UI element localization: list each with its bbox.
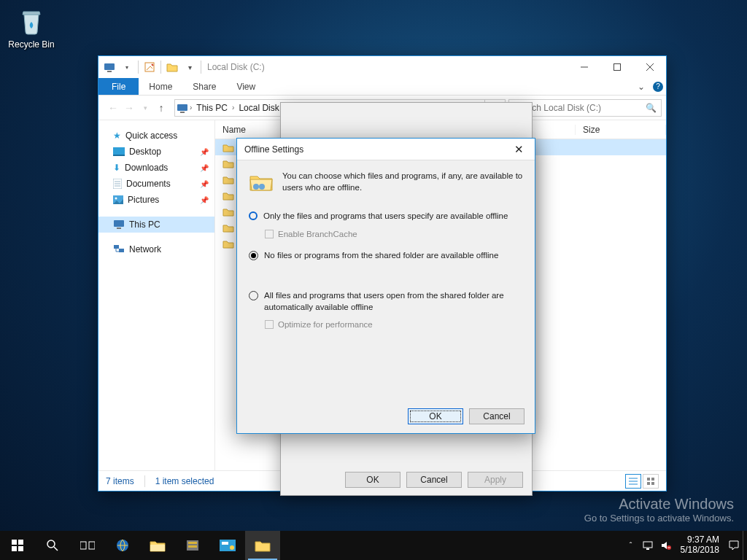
nav-pictures[interactable]: Pictures 📌 — [98, 192, 214, 208]
svg-rect-3 — [614, 64, 620, 71]
ribbon-expand-icon[interactable]: ⌄ — [632, 78, 650, 95]
tab-view[interactable]: View — [226, 78, 266, 95]
option-no-files[interactable]: No files or programs from the shared fol… — [249, 250, 523, 262]
chevron-right-icon[interactable]: › — [188, 104, 193, 112]
taskbar: ˆ 9:37 AM 5/18/2018 — [0, 531, 747, 560]
nav-back-icon[interactable]: ← — [106, 102, 120, 114]
nav-label: Desktop — [129, 147, 161, 157]
close-button[interactable] — [633, 56, 666, 78]
pc-icon — [113, 219, 125, 230]
tab-home[interactable]: Home — [139, 78, 182, 95]
nav-up-icon[interactable]: ↑ — [154, 102, 169, 114]
props-apply-button[interactable]: Apply — [468, 472, 523, 488]
pin-icon: 📌 — [200, 148, 209, 156]
desktop-icon-recycle-bin[interactable]: Recycle Bin — [4, 4, 58, 50]
checkbox-label: Optimize for performance — [278, 320, 373, 329]
offline-ok-button[interactable]: OK — [408, 408, 463, 424]
taskbar-app[interactable] — [210, 531, 245, 560]
tab-file[interactable]: File — [98, 78, 139, 95]
tray-clock[interactable]: 9:37 AM 5/18/2018 — [675, 535, 725, 556]
tab-share[interactable]: Share — [182, 78, 226, 95]
nav-this-pc[interactable]: This PC — [98, 217, 214, 233]
folder-icon[interactable] — [164, 59, 180, 75]
status-selected-count: 1 item selected — [155, 476, 214, 486]
checkbox-icon — [265, 320, 274, 329]
svg-rect-29 — [150, 545, 165, 551]
maximize-button[interactable] — [600, 56, 633, 78]
props-cancel-button[interactable]: Cancel — [406, 472, 462, 488]
nav-documents[interactable]: Documents 📌 — [98, 176, 214, 192]
show-desktop-button[interactable] — [743, 531, 747, 560]
dialog-title: Offline Settings — [244, 144, 303, 155]
desktop-icon — [113, 147, 125, 156]
svg-rect-21 — [12, 540, 17, 545]
qat-dropdown-icon[interactable]: ▾ — [119, 59, 135, 75]
system-tray: ˆ 9:37 AM 5/18/2018 — [622, 531, 747, 560]
pictures-icon — [113, 195, 123, 204]
svg-point-10 — [115, 198, 117, 200]
nav-forward-icon[interactable]: → — [122, 102, 136, 114]
search-button[interactable] — [35, 531, 70, 560]
chevron-right-icon[interactable]: › — [231, 104, 236, 112]
watermark-line1: Activate Windows — [584, 496, 734, 513]
svg-rect-5 — [180, 112, 185, 113]
nav-label: This PC — [129, 219, 160, 230]
svg-rect-1 — [107, 71, 112, 72]
svg-rect-6 — [113, 147, 125, 155]
title-bar: ▾ ▾ Local Disk (C:) — [98, 56, 666, 78]
properties-icon[interactable] — [142, 59, 158, 75]
svg-rect-32 — [188, 545, 197, 548]
svg-point-35 — [230, 545, 234, 550]
nav-recent-icon[interactable]: ▾ — [138, 104, 152, 112]
checkbox-icon — [265, 230, 274, 238]
folder-icon — [222, 207, 234, 217]
navigation-pane: ★ Quick access Desktop 📌 ⬇ Downloads 📌 D… — [98, 120, 215, 470]
nav-label: Quick access — [125, 131, 177, 141]
action-center-icon[interactable] — [725, 540, 743, 551]
svg-rect-23 — [12, 546, 17, 551]
offline-cancel-button[interactable]: Cancel — [469, 408, 525, 424]
tray-volume-icon[interactable] — [657, 540, 675, 551]
view-large-icon[interactable] — [643, 474, 659, 489]
pin-icon: 📌 — [200, 196, 209, 204]
folder-icon — [222, 223, 234, 233]
taskbar-server-manager[interactable] — [175, 531, 210, 560]
pc-icon[interactable] — [101, 59, 117, 75]
svg-rect-33 — [220, 540, 236, 551]
svg-point-25 — [47, 540, 55, 548]
column-size[interactable]: Size — [576, 125, 666, 135]
svg-rect-18 — [651, 482, 654, 485]
svg-rect-0 — [104, 63, 115, 70]
dialog-close-icon[interactable]: ✕ — [510, 143, 527, 156]
pin-icon: 📌 — [200, 164, 209, 172]
tray-network-icon[interactable] — [640, 540, 657, 551]
nav-downloads[interactable]: ⬇ Downloads 📌 — [98, 160, 214, 176]
breadcrumb-this-pc[interactable]: This PC — [193, 103, 231, 113]
radio-icon — [249, 251, 258, 260]
qat-overflow-icon[interactable]: ▾ — [182, 59, 198, 75]
folder-icon — [222, 159, 234, 168]
task-view-button[interactable] — [70, 531, 105, 560]
taskbar-explorer-running[interactable] — [245, 531, 280, 560]
help-icon[interactable]: ? — [650, 78, 666, 95]
checkbox-branchcache: Enable BranchCache — [265, 230, 523, 238]
nav-desktop[interactable]: Desktop 📌 — [98, 144, 214, 160]
taskbar-ie[interactable] — [105, 531, 140, 560]
svg-rect-36 — [643, 542, 652, 548]
nav-quick-access[interactable]: ★ Quick access — [98, 128, 214, 144]
svg-rect-7 — [113, 155, 125, 156]
taskbar-explorer[interactable] — [140, 531, 175, 560]
svg-rect-12 — [117, 228, 121, 229]
svg-point-19 — [253, 184, 259, 190]
minimize-button[interactable] — [568, 56, 600, 78]
window-title: Local Disk (C:) — [206, 62, 568, 72]
checkbox-optimize: Optimize for performance — [265, 320, 523, 329]
view-details-icon[interactable] — [625, 474, 641, 489]
nav-network[interactable]: Network — [98, 241, 214, 257]
tray-overflow-icon[interactable]: ˆ — [622, 541, 640, 550]
start-button[interactable] — [0, 531, 35, 560]
option-only-specified[interactable]: Only the files and programs that users s… — [249, 211, 523, 222]
option-all-files[interactable]: All files and programs that users open f… — [249, 290, 523, 313]
option-label: No files or programs from the shared fol… — [264, 250, 498, 262]
props-ok-button[interactable]: OK — [345, 472, 400, 488]
